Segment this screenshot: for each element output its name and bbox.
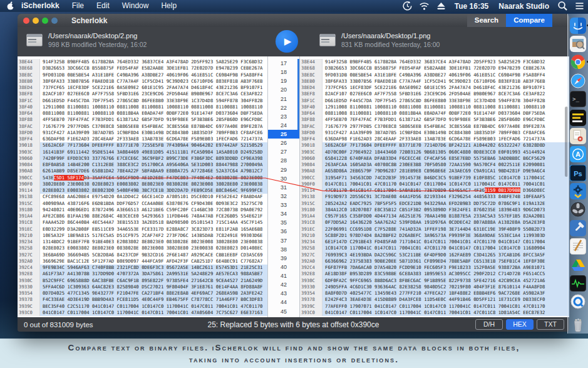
hex-row[interactable]: 39378F4C33EAE 4D3E419D BBB9D4A3 FCE811D5… [18, 297, 267, 303]
hex-row[interactable]: 3927C3E6BA69D 366694B5 5CB2D8A6 84237CDF… [18, 252, 267, 258]
block-number[interactable]: 26 [268, 139, 299, 147]
hex-row[interactable]: 391A4C957F165 C358FDD0 4D447134 A6251E76… [300, 213, 569, 219]
file-entry-left[interactable]: /Users/naarak/Desktop/2.png 998 KB modif… [26, 31, 147, 49]
hex-row[interactable]: 38F1CD661ED5D F445C7DA 7DF7F545 27865CBD… [18, 98, 267, 104]
dock-icon-finder[interactable] [570, 18, 586, 34]
hex-row[interactable]: 392E8A61F73A7 A413078B 317DD9D0 4707372A… [18, 271, 267, 277]
hex-row[interactable]: 393C0041C0147 C0117004 1C0147C0 1170041C… [18, 310, 267, 316]
hex-row[interactable]: 3915C2B5242A2 EADC7925 7BF5F5F5 EDCE21DB… [300, 201, 569, 207]
hex-row[interactable]: 3927C769939C3 4E193BDA DA2C596C 53C211BE… [300, 252, 569, 258]
hex-row[interactable]: 38EB038F6FA33 33B07B56 FBAED81B C77A7A4F… [18, 78, 267, 85]
block-number[interactable]: 24 [268, 121, 299, 130]
compare-play-button[interactable]: ▶ [276, 30, 298, 53]
hex-row[interactable]: 390CC31954F71 34563CDD 74CD2B3F 3914573E… [300, 175, 569, 181]
hex-row[interactable]: 38F4012911008 81100881 10088110 08811008… [300, 104, 569, 110]
menu-app-name[interactable]: iScherlokk [15, 0, 66, 12]
hex-row[interactable]: 392341314BDC2 91BEF7FB 91BE40E3 E2083802… [18, 239, 267, 245]
eject-icon[interactable] [436, 1, 446, 11]
hex-row[interactable]: 390A8A658D86A 2EB6579F 79D96287 281EB9E8… [300, 168, 569, 174]
dock-icon-terminal[interactable]: >_ [570, 91, 586, 107]
block-number[interactable]: 28 [268, 156, 299, 165]
time-machine-icon[interactable] [402, 1, 413, 11]
hex-row[interactable]: 390185E62AC6F 7F173604 DFEEFFFF B3771E70… [18, 142, 267, 149]
hex-row[interactable]: 393C0041C0147 C0117004 1C0147C0 1170041C… [300, 310, 569, 316]
dock-icon-warning-widget[interactable] [570, 110, 586, 126]
view-mode-button-d-h[interactable]: D/H [475, 319, 503, 330]
hex-row[interactable]: 392346E1F147D C291BE43 FD485FA0 7171041C… [300, 239, 569, 245]
menu-item-file[interactable]: File [66, 0, 90, 12]
block-number[interactable]: 30 [268, 174, 299, 183]
block-number[interactable]: 39 [268, 254, 299, 263]
hex-row[interactable]: 392105C88F2D1 978D74D4 8A28BFE2 D26A8EFC… [300, 233, 569, 239]
hex-row[interactable]: 390185E62AC6F 7F173604 DFEEFFFF B3771E70… [300, 142, 569, 149]
block-number[interactable]: 27 [268, 147, 299, 156]
dock-icon-textedit[interactable] [570, 238, 586, 255]
hex-pane-right[interactable]: 38E44914F325B B9BFF4B5 6178B2BA 764ED332… [299, 56, 569, 317]
block-number[interactable]: 43 [268, 289, 299, 298]
hex-row[interactable]: 3911447C01170 041C0147 C0117004 5A0A8101… [300, 187, 569, 194]
hex-row[interactable]: 390A86261ABB9 D85E7DE6 658B1DA2 78E4A22F… [18, 168, 267, 174]
hex-row[interactable]: 39330249D5FFA 4C6D1C30 936364AC 82E38258… [300, 284, 569, 290]
block-number[interactable]: 19 [268, 76, 299, 85]
title-bar[interactable]: Scherlokk Search Compare [18, 14, 569, 27]
block-number[interactable]: 40 [268, 263, 299, 271]
hex-row[interactable]: 390F00147C011 70041C01 47C01170 041C0147… [300, 181, 569, 187]
hex-row[interactable]: 392A066366962 23758383 9DBE20EE 5B71D361… [300, 258, 569, 265]
hex-row[interactable]: 38FAC71676779 2977FDB5 C370E8C8 5B865EEB… [18, 124, 267, 130]
hex-row[interactable]: 393548A8F0D7D 4025477C 13459E43 277FF210… [300, 290, 569, 297]
dock-icon-activity-monitor[interactable] [570, 275, 586, 292]
block-number[interactable]: 41 [268, 271, 299, 280]
dock-icon-trash[interactable] [570, 317, 586, 334]
hex-row[interactable]: 3915C400989AA 438716F6 E6DB1BDA DDF76D57… [18, 201, 267, 207]
view-mode-button-hex[interactable]: HEX [506, 319, 534, 330]
hex-row[interactable]: 390CC543EC5D1 58F174D3 35AFFCE4 505CF9D0… [18, 175, 267, 181]
hex-row[interactable]: 393540D7D4025 477C1345 9E43277F F21047FE… [18, 290, 267, 297]
block-number[interactable]: 29 [268, 166, 299, 174]
apple-menu-icon[interactable] [6, 1, 15, 11]
block-number[interactable]: 45 [268, 307, 299, 316]
minimize-button[interactable] [33, 18, 39, 24]
block-number[interactable]: 22 [268, 103, 299, 112]
fullscreen-button[interactable] [51, 18, 58, 24]
search-tab[interactable]: Search [467, 14, 506, 27]
hex-row[interactable]: 391EC22F06991 CC6951D8 C7F5288E 741AD32A… [300, 226, 569, 233]
notification-center-icon[interactable] [574, 1, 585, 11]
hex-row[interactable]: 390607420F99F EFDD3C93 33776766 E7CECE6C… [18, 155, 267, 162]
block-number[interactable]: 21 [268, 95, 299, 103]
block-number[interactable]: 17 [268, 59, 299, 68]
hex-row[interactable]: 38F6408811008 81100881 10088110 08818B4A… [300, 110, 569, 117]
hex-row[interactable]: 392C4F6F87FFB 7DA6ACA0 D7A54B20 FCDD9E10… [300, 265, 569, 271]
hex-row[interactable]: 38E68D3B26653 3DC66CCB B55B875F FED54FAF… [300, 65, 569, 71]
hex-row[interactable]: 38F4012911008 81100881 10088110 08811008… [18, 104, 267, 110]
diff-block-list[interactable]: 1718192021222324252627282930313233343536… [268, 56, 299, 317]
hex-row[interactable]: 38F884FF5EB70 7EF47FAC F7B3FDD1 613871A2… [300, 117, 569, 123]
hex-row[interactable]: 39138F919D973 2D556C91 3C7DAE08 44A1FD56… [300, 194, 569, 200]
hex-row[interactable]: 392C49FE9B34C 5946AF63 C740F8BB 2321FC8D… [18, 265, 267, 271]
hex-row[interactable]: 38ED4737FCF65 1ECF83DF 5CE221E6 0A5E09E2… [18, 85, 267, 91]
hex-row[interactable]: 38E8C9FD031DB 0BE5BE54 A31E1BFE C49BA396… [300, 72, 569, 78]
block-number[interactable]: 34 [268, 209, 299, 218]
hex-row[interactable]: 38EF882ACF107 027EE6C0 AF7F7558 5FBD31E6… [18, 91, 267, 97]
hex-row[interactable]: 3939C77AFEFF0 17907071 041C0147 C0117004… [300, 303, 569, 310]
hex-row[interactable]: 38E44914F325B B9BFF4B5 6178B2BA 764ED332… [18, 59, 267, 65]
hex-row[interactable]: 38FAC71676779 2977FDB5 C370E8C8 5B865EEB… [300, 124, 569, 130]
block-number[interactable]: 35 [268, 218, 299, 227]
hex-row[interactable]: 392A03669629E BAC1C12E 5F12F7AD B0E9D097… [18, 258, 267, 265]
hex-row[interactable]: 38FF4636DAF98 F1E62AD3 28C4EAAF 2F333AE8… [18, 136, 267, 142]
hex-row[interactable]: 39084E8F0AB58 14B4E200 C1312E8E 388CE3C2… [18, 162, 267, 168]
view-mode-button-txt[interactable]: TXT [537, 319, 564, 330]
hex-row[interactable]: 39258028E8023 E0083802 8E8023E0 0838028E… [18, 245, 267, 251]
dock-icon-xcode[interactable] [570, 220, 586, 236]
dock-icon-photoshop[interactable]: Ps [570, 165, 586, 181]
hex-row[interactable]: 391C80F7DD5A2 16436220 5AA762A2 539FD8AA… [300, 219, 569, 226]
file-entry-right[interactable]: /Users/naarak/Desktop/1.png 831 KB modif… [319, 31, 440, 49]
hex-row[interactable]: 392E8AE18D38F B953D289 83C598BE 6CE8A383… [300, 271, 569, 277]
hex-row[interactable]: 38F6408811008 81100881 10088110 08818B4A… [18, 110, 267, 117]
dock-icon-chrome[interactable] [570, 54, 586, 70]
hex-row[interactable]: 38EF882ACF107 027EE6C0 AF7F7558 5FBD31E6… [300, 91, 569, 97]
menu-item-help[interactable]: Help [155, 0, 183, 12]
hex-row[interactable]: 3918094248021 40E06ED1 87B72496 A3E66513… [18, 207, 267, 213]
dock-icon-quicktime[interactable] [570, 293, 586, 310]
dock-icon-preview[interactable] [570, 36, 586, 52]
hex-row[interactable]: 3903C16141B3F 69111442 95DE5144 3A084469… [18, 149, 267, 155]
